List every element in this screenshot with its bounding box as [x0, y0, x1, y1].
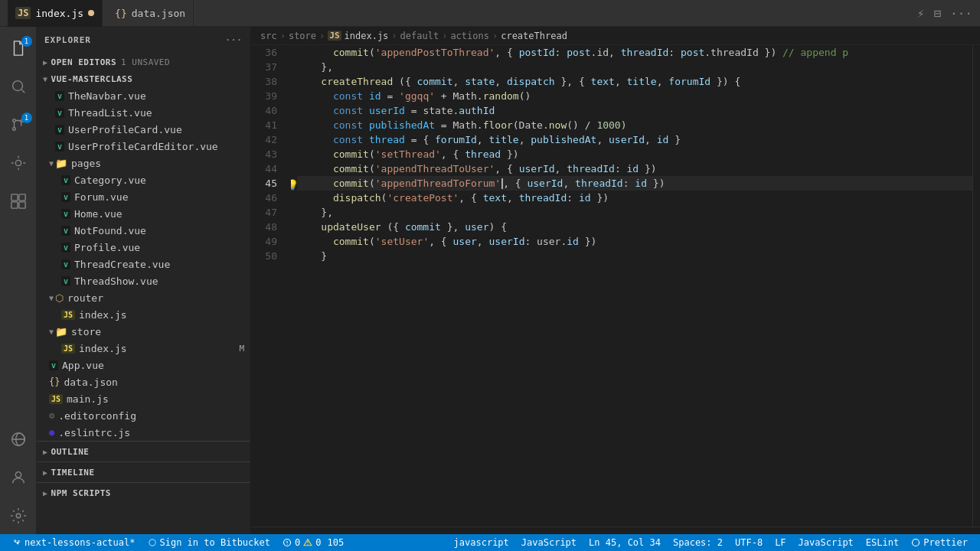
- file-label: NotFound.vue: [74, 225, 146, 236]
- activity-account[interactable]: [0, 459, 37, 496]
- breadcrumb-indexjs[interactable]: index.js: [345, 31, 389, 41]
- tab-data-json[interactable]: {} data.json: [107, 0, 194, 27]
- file-thenavbar[interactable]: v TheNavbar.vue: [37, 87, 250, 104]
- sidebar-content: ▶ OPEN EDITORS 1 UNSAVED ▼ VUE-MASTERCLA…: [37, 54, 250, 534]
- more-icon[interactable]: ···: [225, 35, 243, 45]
- breadcrumb-actions[interactable]: actions: [450, 31, 489, 41]
- sync-icon: [148, 538, 157, 547]
- breadcrumb-src[interactable]: src: [260, 31, 277, 41]
- svg-point-15: [286, 544, 287, 545]
- code-line-36: commit ( 'appendPostToThread' , { postId…: [297, 45, 972, 60]
- svg-line-1: [21, 90, 24, 93]
- code-editor: 36 37 38 39 40 41 42 43 44 45 46 47 48 4…: [251, 45, 980, 527]
- config-icon: ⚙: [49, 410, 54, 421]
- breadcrumb-store[interactable]: store: [289, 31, 316, 41]
- vue-icon: v: [61, 243, 70, 253]
- info-label: 105: [327, 537, 344, 548]
- activity-git[interactable]: 1: [0, 106, 37, 143]
- status-branch[interactable]: next-lessons-actual*: [6, 534, 142, 551]
- sidebar: EXPLORER ··· ▶ OPEN EDITORS 1 UNSAVED ▼ …: [37, 27, 251, 534]
- breadcrumb: src › store › JS index.js › default › ac…: [251, 27, 980, 45]
- timeline-header[interactable]: ▶ TIMELINE: [37, 464, 250, 481]
- tab-index-js[interactable]: JS index.js: [8, 0, 103, 27]
- code-line-39: const id = 'ggqq' + Math. random (): [297, 89, 972, 103]
- status-language-check[interactable]: javascript: [448, 534, 515, 551]
- file-main[interactable]: JS main.js: [37, 390, 250, 407]
- breadcrumb-default[interactable]: default: [400, 31, 439, 41]
- folder-pages[interactable]: ▼ 📁 pages: [37, 155, 250, 171]
- file-app[interactable]: v App.vue: [37, 357, 250, 373]
- status-encoding[interactable]: UTF-8: [729, 534, 769, 551]
- file-editorconfig[interactable]: ⚙ .editorconfig: [37, 407, 250, 424]
- file-threadshow[interactable]: v ThreadShow.vue: [37, 272, 250, 289]
- status-file-type[interactable]: JavaScript: [515, 534, 583, 551]
- breadcrumb-createthread[interactable]: createThread: [501, 31, 567, 41]
- broadcast-icon[interactable]: ⚡: [917, 6, 925, 21]
- file-store-index[interactable]: JS index.js M: [37, 340, 250, 357]
- project-name: VUE-MASTERCLASS: [51, 74, 133, 84]
- activity-settings[interactable]: [0, 497, 37, 534]
- file-userprofilecard[interactable]: v UserProfileCard.vue: [37, 121, 250, 138]
- npm-scripts-label: NPM SCRIPTS: [51, 488, 111, 498]
- folder-store[interactable]: ▼ 📁 store: [37, 323, 250, 340]
- code-line-38: createThread ({ commit , state , dispatc…: [297, 74, 972, 89]
- npm-scripts-header[interactable]: ▶ NPM SCRIPTS: [37, 484, 250, 501]
- breadcrumb-indexjs-icon: JS: [328, 31, 341, 41]
- svg-point-3: [12, 128, 15, 131]
- status-spaces[interactable]: Spaces: 2: [667, 534, 729, 551]
- formatter-label: Prettier: [923, 537, 968, 548]
- activity-files[interactable]: 1: [0, 30, 37, 67]
- horizontal-scrollbar[interactable]: [251, 527, 980, 534]
- timeline-label: TIMELINE: [51, 468, 95, 478]
- activity-remote[interactable]: [0, 421, 37, 458]
- code-line-37: },: [297, 60, 972, 74]
- open-editors-section[interactable]: ▶ OPEN EDITORS 1 UNSAVED: [37, 54, 250, 70]
- more-actions-icon[interactable]: ···: [950, 6, 972, 21]
- branch-icon: [12, 538, 21, 547]
- folder-router[interactable]: ▼ ⬡ router: [37, 289, 250, 306]
- folder-icon: 📁: [55, 326, 67, 337]
- code-line-49: commit ( 'setUser' , { user , userId : u…: [297, 234, 972, 249]
- js-icon: JS: [61, 310, 75, 320]
- js-icon: JS: [49, 394, 63, 404]
- minimap[interactable]: [972, 45, 980, 527]
- status-ln-col[interactable]: Ln 45, Col 34: [583, 534, 667, 551]
- file-threadlist[interactable]: v ThreadList.vue: [37, 104, 250, 121]
- activity-extensions[interactable]: [0, 183, 37, 220]
- tab-label-index-js: index.js: [35, 8, 83, 19]
- outline-label: OUTLINE: [51, 447, 90, 457]
- code-content[interactable]: commit ( 'appendPostToThread' , { postId…: [291, 45, 972, 527]
- file-data-json[interactable]: {} data.json: [37, 373, 250, 390]
- file-home[interactable]: v Home.vue: [37, 205, 250, 222]
- file-forum[interactable]: v Forum.vue: [37, 188, 250, 205]
- status-line-ending[interactable]: LF: [769, 534, 792, 551]
- file-threadcreate[interactable]: v ThreadCreate.vue: [37, 256, 250, 272]
- file-label: ThreadList.vue: [68, 107, 152, 119]
- project-root-section[interactable]: ▼ VUE-MASTERCLASS: [37, 70, 250, 87]
- sidebar-header-actions: ···: [225, 35, 243, 45]
- folder-label: router: [67, 292, 103, 304]
- vue-icon: v: [61, 276, 70, 286]
- file-profile[interactable]: v Profile.vue: [37, 239, 250, 256]
- status-file-lang[interactable]: JavaScript: [792, 534, 860, 551]
- json-icon: {}: [49, 377, 60, 387]
- ln-col-label: Ln 45, Col 34: [589, 537, 661, 548]
- title-bar-actions: ⚡ ⊟ ···: [917, 6, 972, 21]
- layout-icon[interactable]: ⊟: [933, 6, 941, 21]
- file-router-index[interactable]: JS index.js: [37, 306, 250, 323]
- file-eslintrc[interactable]: ● .eslintrc.js: [37, 424, 250, 441]
- activity-debug[interactable]: [0, 145, 37, 181]
- vue-icon: v: [55, 125, 64, 135]
- file-category[interactable]: v Category.vue: [37, 171, 250, 188]
- warnings-label: 0: [315, 537, 321, 548]
- file-notfound[interactable]: v NotFound.vue: [37, 222, 250, 239]
- file-label: App.vue: [62, 360, 104, 371]
- status-errors[interactable]: 0 0 105: [276, 534, 350, 551]
- vue-icon: v: [55, 108, 64, 118]
- activity-search[interactable]: [0, 68, 37, 105]
- outline-header[interactable]: ▶ OUTLINE: [37, 443, 250, 460]
- status-sync[interactable]: Sign in to Bitbucket: [142, 534, 277, 551]
- status-linter[interactable]: ESLint: [860, 534, 905, 551]
- file-userprofilecardeditor[interactable]: v UserProfileCardEditor.vue: [37, 138, 250, 155]
- status-formatter[interactable]: Prettier: [905, 534, 974, 551]
